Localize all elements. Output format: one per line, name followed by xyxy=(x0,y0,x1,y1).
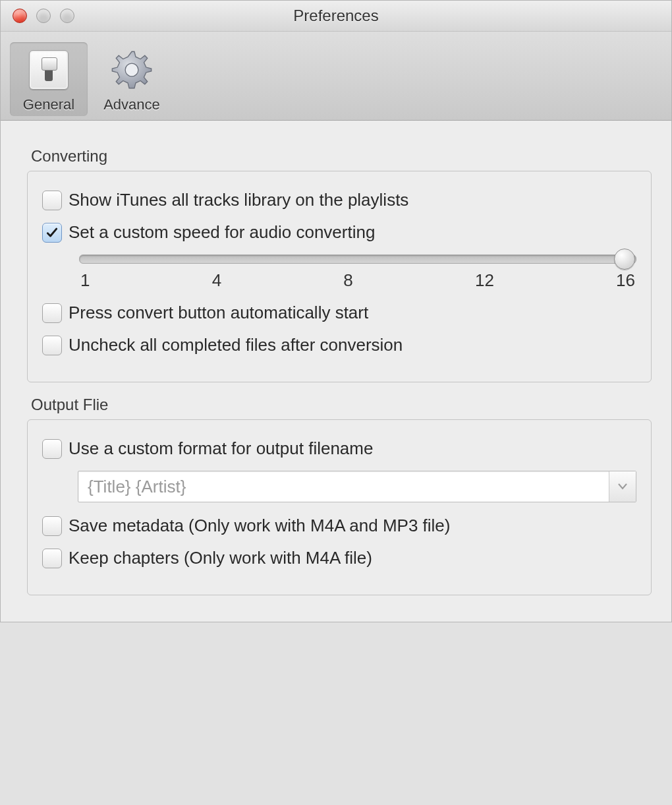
titlebar: Preferences xyxy=(1,1,671,32)
content: Converting Show iTunes all tracks librar… xyxy=(1,121,671,622)
speed-slider-wrap: 1 4 8 12 16 xyxy=(79,254,636,291)
label-custom-format: Use a custom format for output filename xyxy=(69,438,373,459)
tick-16: 16 xyxy=(616,270,635,291)
row-custom-format: Use a custom format for output filename xyxy=(42,438,636,459)
checkbox-uncheck-completed[interactable] xyxy=(42,336,62,355)
tab-general[interactable]: General xyxy=(10,42,88,116)
row-auto-start: Press convert button automatically start xyxy=(42,303,636,323)
label-keep-chapters: Keep chapters (Only work with M4A file) xyxy=(69,548,372,568)
row-uncheck-completed: Uncheck all completed files after conver… xyxy=(42,335,636,355)
group-title-converting: Converting xyxy=(31,147,652,165)
group-title-output: Output Flie xyxy=(31,396,652,414)
row-format-field xyxy=(78,471,636,502)
toggle-switch-icon xyxy=(25,46,72,94)
toolbar: General Advance xyxy=(1,32,671,121)
checkbox-auto-start[interactable] xyxy=(42,303,62,323)
chevron-down-icon xyxy=(618,483,627,490)
traffic-lights xyxy=(13,9,74,23)
label-auto-start: Press convert button automatically start xyxy=(69,303,368,323)
format-input[interactable] xyxy=(78,471,609,502)
checkbox-save-metadata[interactable] xyxy=(42,516,62,536)
row-custom-speed: Set a custom speed for audio converting xyxy=(42,222,636,243)
label-custom-speed: Set a custom speed for audio converting xyxy=(69,222,375,243)
label-uncheck-completed: Uncheck all completed files after conver… xyxy=(69,335,403,355)
checkbox-show-itunes[interactable] xyxy=(42,191,62,210)
zoom-button[interactable] xyxy=(60,9,74,23)
group-converting: Show iTunes all tracks library on the pl… xyxy=(27,171,652,382)
row-save-metadata: Save metadata (Only work with M4A and MP… xyxy=(42,516,636,536)
tick-1: 1 xyxy=(80,270,90,291)
format-dropdown-button[interactable] xyxy=(609,471,636,502)
gear-icon xyxy=(108,46,155,94)
label-show-itunes: Show iTunes all tracks library on the pl… xyxy=(69,190,408,210)
tick-12: 12 xyxy=(475,270,494,291)
checkbox-keep-chapters[interactable] xyxy=(42,549,62,568)
tab-advance[interactable]: Advance xyxy=(93,42,171,116)
tick-8: 8 xyxy=(343,270,352,291)
tab-advance-label: Advance xyxy=(103,96,160,113)
row-show-itunes: Show iTunes all tracks library on the pl… xyxy=(42,190,636,210)
tick-4: 4 xyxy=(212,270,221,291)
window-title: Preferences xyxy=(1,7,671,25)
speed-slider[interactable] xyxy=(79,254,636,264)
minimize-button[interactable] xyxy=(36,9,51,23)
close-button[interactable] xyxy=(13,9,27,23)
row-keep-chapters: Keep chapters (Only work with M4A file) xyxy=(42,548,636,568)
checkbox-custom-format[interactable] xyxy=(42,439,62,459)
svg-point-0 xyxy=(125,63,138,76)
speed-slider-thumb[interactable] xyxy=(614,249,635,270)
checkbox-custom-speed[interactable] xyxy=(42,223,62,243)
check-icon xyxy=(45,226,59,239)
format-combobox[interactable] xyxy=(78,471,636,502)
label-save-metadata: Save metadata (Only work with M4A and MP… xyxy=(69,516,450,536)
preferences-window: Preferences General xyxy=(0,0,672,622)
group-output: Use a custom format for output filename … xyxy=(27,419,652,595)
tab-general-label: General xyxy=(23,96,74,113)
speed-slider-ticks: 1 4 8 12 16 xyxy=(79,270,636,291)
